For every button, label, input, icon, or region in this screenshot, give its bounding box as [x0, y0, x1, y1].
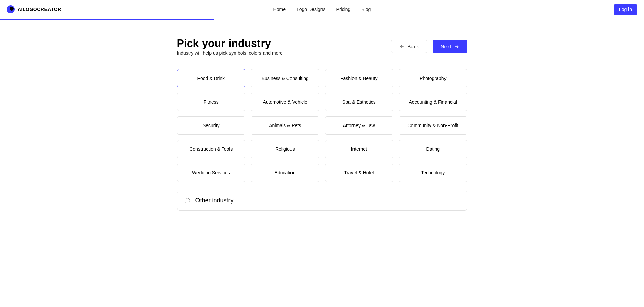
industry-card[interactable]: Food & Drink [177, 69, 246, 87]
industry-card[interactable]: Religious [251, 140, 319, 158]
industry-card[interactable]: Business & Consulting [251, 69, 319, 87]
industry-card[interactable]: Accounting & Financial [399, 93, 467, 111]
industry-grid: Food & DrinkBusiness & ConsultingFashion… [177, 69, 467, 182]
logo-icon [7, 5, 15, 13]
industry-card[interactable]: Community & Non-Profit [399, 116, 467, 135]
nav-pricing[interactable]: Pricing [336, 7, 351, 12]
progress-fill [0, 19, 214, 20]
industry-card[interactable]: Automotive & Vehicle [251, 93, 319, 111]
industry-card[interactable]: Fitness [177, 93, 246, 111]
industry-card[interactable]: Animals & Pets [251, 116, 319, 135]
industry-card[interactable]: Fashion & Beauty [325, 69, 394, 87]
nav-logo-designs[interactable]: Logo Designs [297, 7, 326, 12]
logo-text: AILOGOCREATOR [18, 7, 61, 12]
industry-card[interactable]: Security [177, 116, 246, 135]
title-section: Pick your industry Industry will help us… [177, 37, 283, 56]
industry-card[interactable]: Travel & Hotel [325, 164, 394, 182]
industry-card[interactable]: Construction & Tools [177, 140, 246, 158]
app-header: AILOGOCREATOR Home Logo Designs Pricing … [0, 0, 644, 19]
page-title: Pick your industry [177, 37, 283, 50]
other-industry-label: Other industry [195, 197, 234, 204]
login-button[interactable]: Log in [614, 4, 637, 15]
industry-card[interactable]: Education [251, 164, 319, 182]
logo[interactable]: AILOGOCREATOR [7, 5, 61, 13]
industry-card[interactable]: Spa & Esthetics [325, 93, 394, 111]
industry-card[interactable]: Dating [399, 140, 467, 158]
radio-icon [185, 198, 190, 203]
next-button[interactable]: Next [433, 40, 467, 53]
back-button[interactable]: Back [391, 40, 427, 53]
next-label: Next [441, 44, 451, 49]
industry-card[interactable]: Technology [399, 164, 467, 182]
page-subtitle: Industry will help us pick symbols, colo… [177, 50, 283, 56]
industry-card[interactable]: Wedding Services [177, 164, 246, 182]
other-industry-option[interactable]: Other industry [177, 191, 467, 211]
main-container: Pick your industry Industry will help us… [173, 37, 471, 211]
industry-card[interactable]: Attorney & Law [325, 116, 394, 135]
main-nav: Home Logo Designs Pricing Blog [273, 7, 371, 12]
nav-blog[interactable]: Blog [361, 7, 371, 12]
nav-home[interactable]: Home [273, 7, 286, 12]
back-label: Back [407, 44, 419, 49]
industry-card[interactable]: Photography [399, 69, 467, 87]
industry-card[interactable]: Internet [325, 140, 394, 158]
action-buttons: Back Next [391, 40, 467, 53]
title-row: Pick your industry Industry will help us… [177, 37, 467, 56]
progress-bar [0, 19, 644, 20]
arrow-right-icon [454, 44, 459, 49]
arrow-left-icon [399, 44, 405, 49]
